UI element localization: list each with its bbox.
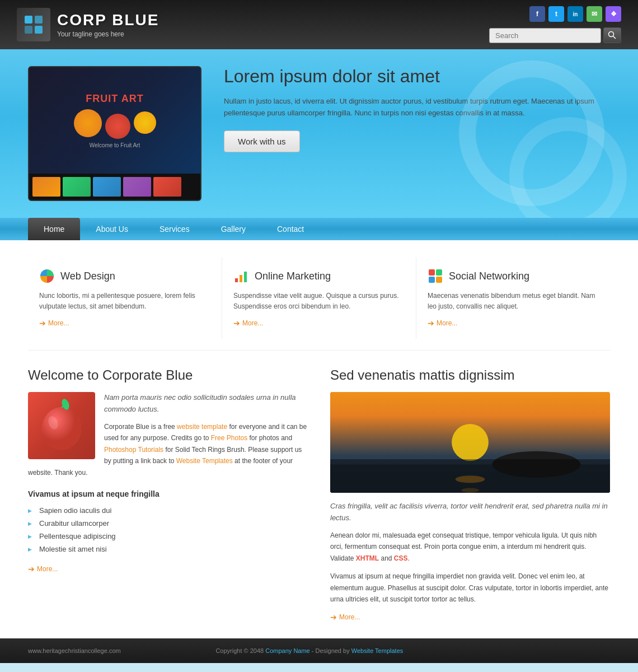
feature-desc-3: Maecenas venenatis bibendum metus eget b… <box>428 291 599 312</box>
social-networking-icon <box>428 268 443 284</box>
twitter-icon[interactable]: t <box>548 6 564 22</box>
svg-point-15 <box>42 407 81 450</box>
arrow-icon-3: ➔ <box>428 319 434 328</box>
navigation: Home About Us Services Gallery Contact <box>0 218 638 240</box>
arrow-icon-left: ➔ <box>28 564 35 573</box>
social-icons: f t in ✉ ❖ <box>529 6 621 22</box>
facebook-icon[interactable]: f <box>529 6 545 22</box>
website-templates-footer-link[interactable]: Website Templates <box>351 647 404 654</box>
feature-more-1[interactable]: ➔ More... <box>39 319 210 328</box>
feature-title-2: Online Marketing <box>255 270 331 282</box>
right-more-link[interactable]: ➔ More... <box>330 613 610 622</box>
footer-left: www.heritagechristiancollege.com <box>28 647 121 654</box>
hero-image-inner: FRUIT ART Welcome to Fruit Art <box>29 67 200 174</box>
svg-rect-10 <box>429 269 435 276</box>
thumb-4 <box>123 177 151 197</box>
right-body-1: Aenean dolor mi, malesuada eget consequa… <box>330 530 610 564</box>
xhtml-link[interactable]: XHTML <box>356 554 379 562</box>
logo-title: CORP BLUE <box>57 11 159 29</box>
work-with-us-button[interactable]: Work with us <box>224 130 300 152</box>
feature-social-networking: Social Networking Maecenas venenatis bib… <box>416 257 610 339</box>
left-column: Welcome to Corporate Blue <box>28 367 308 622</box>
feature-header-3: Social Networking <box>428 268 599 284</box>
feature-title-1: Web Design <box>60 270 115 282</box>
thumb-2 <box>63 177 91 197</box>
svg-rect-11 <box>436 269 442 276</box>
website-templates-link-body[interactable]: Website Templates <box>176 457 233 465</box>
left-sub-title: Vivamus at ipsum at neque fringilla <box>28 489 308 498</box>
website-template-link[interactable]: website template <box>177 423 227 431</box>
header: CORP BLUE Your tagline goes here f t in … <box>0 0 638 49</box>
svg-point-22 <box>456 476 485 483</box>
arrow-icon-1: ➔ <box>39 319 46 328</box>
logo-text: CORP BLUE Your tagline goes here <box>57 11 159 38</box>
search-icon <box>608 31 617 40</box>
hero-section: FRUIT ART Welcome to Fruit Art Lorem ips… <box>0 49 638 218</box>
two-column-section: Welcome to Corporate Blue <box>28 367 610 622</box>
feature-desc-2: Suspendisse vitae velit augue. Quisque a… <box>233 291 405 312</box>
svg-point-23 <box>461 488 479 493</box>
thumb-3 <box>93 177 121 197</box>
bullet-list: Sapien odio iaculis dui Curabitur ullamc… <box>28 504 308 556</box>
free-photos-link[interactable]: Free Photos <box>211 434 247 442</box>
feature-header-1: Web Design <box>39 268 210 284</box>
thumb-1 <box>32 177 60 197</box>
sunset-image <box>330 392 610 493</box>
web-design-icon <box>39 268 55 284</box>
logo-icon <box>17 8 50 41</box>
hero-title: Lorem ipsum dolor sit amet <box>224 66 610 87</box>
search-button[interactable] <box>603 27 621 43</box>
feature-header-2: Online Marketing <box>233 268 405 284</box>
svg-rect-2 <box>25 26 32 34</box>
logo-tagline: Your tagline goes here <box>57 30 159 38</box>
svg-rect-9 <box>244 272 247 282</box>
svg-rect-1 <box>35 16 43 24</box>
left-more-link[interactable]: ➔ More... <box>28 564 308 573</box>
nav-gallery[interactable]: Gallery <box>205 218 261 240</box>
list-item-2: Curabitur ullamcorper <box>28 517 308 530</box>
nav-contact[interactable]: Contact <box>261 218 320 240</box>
header-right: f t in ✉ ❖ <box>489 6 621 43</box>
css-link[interactable]: CSS <box>394 554 408 562</box>
right-section-title: Sed venenatis mattis dignissim <box>330 367 610 383</box>
main-content: Web Design Nunc lobortis, mi a pellentes… <box>0 240 638 638</box>
company-name-link[interactable]: Company Name <box>265 647 309 654</box>
nav-services[interactable]: Services <box>144 218 205 240</box>
feature-online-marketing: Online Marketing Suspendisse vitae velit… <box>222 257 416 339</box>
hero-image: FRUIT ART Welcome to Fruit Art <box>28 66 201 201</box>
list-item-3: Pellentesque adipiscing <box>28 530 308 543</box>
hero-content: Lorem ipsum dolor sit amet Nullam in jus… <box>224 66 610 152</box>
feature-web-design: Web Design Nunc lobortis, mi a pellentes… <box>28 257 222 339</box>
apple-image <box>28 392 95 459</box>
feature-title-3: Social Networking <box>449 270 529 282</box>
online-marketing-icon <box>233 268 249 284</box>
feature-more-2[interactable]: ➔ More... <box>233 319 405 328</box>
nav-about[interactable]: About Us <box>80 218 144 240</box>
svg-rect-7 <box>235 278 238 282</box>
svg-point-21 <box>492 451 580 478</box>
search-input[interactable] <box>489 28 601 43</box>
hero-thumbnails <box>29 174 200 200</box>
nav-home[interactable]: Home <box>28 218 80 240</box>
rss-icon[interactable]: ❖ <box>606 6 621 22</box>
apple-svg <box>36 398 87 454</box>
footer-center: Copyright © 2048 Company Name - Designed… <box>215 647 403 654</box>
svg-rect-3 <box>35 26 43 34</box>
thumb-5 <box>153 177 181 197</box>
logo-area: CORP BLUE Your tagline goes here <box>17 8 159 41</box>
message-icon[interactable]: ✉ <box>587 6 602 22</box>
svg-rect-12 <box>429 277 435 283</box>
fruit-art-label: FRUIT ART <box>74 93 156 105</box>
right-body-2: Vivamus at ipsum at neque fringilla impe… <box>330 571 610 605</box>
arrow-icon-right: ➔ <box>330 613 337 622</box>
arrow-icon-2: ➔ <box>233 319 240 328</box>
search-bar <box>489 27 621 43</box>
svg-rect-13 <box>436 277 442 283</box>
right-italic: Cras fringilla, velit ac facilisis viver… <box>330 501 610 524</box>
photoshop-tutorials-link[interactable]: Photoshop Tutorials <box>104 446 163 454</box>
linkedin-icon[interactable]: in <box>567 6 583 22</box>
left-section-title: Welcome to Corporate Blue <box>28 367 308 383</box>
feature-more-3[interactable]: ➔ More... <box>428 319 599 328</box>
hero-description: Nullam in justo lacus, id viverra elit. … <box>224 96 610 119</box>
footer: www.heritagechristiancollege.com Copyrig… <box>0 638 638 663</box>
